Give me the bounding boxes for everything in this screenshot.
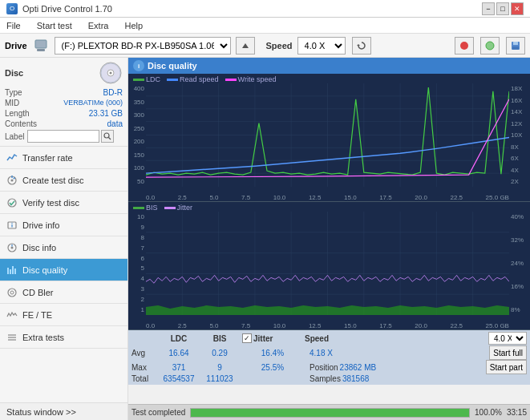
disc-panel-title: Disc xyxy=(5,68,23,78)
dq-icon: i xyxy=(133,60,144,71)
content-area: i Disc quality LDC Read speed Write spee… xyxy=(128,58,530,420)
speed-col-header: Speed xyxy=(305,334,329,343)
nav-transfer-rate-label: Transfer rate xyxy=(22,153,73,163)
jitter-checkbox[interactable]: ✓ xyxy=(242,333,252,343)
nav-disc-info-label: Disc info xyxy=(22,243,56,252)
minimize-button[interactable]: − xyxy=(482,2,495,15)
svg-point-4 xyxy=(460,42,468,50)
fe-te-icon xyxy=(6,309,18,321)
start-part-button[interactable]: Start part xyxy=(486,360,527,374)
nav-drive-info[interactable]: Drive info xyxy=(0,214,127,236)
bis-legend: BIS xyxy=(133,204,158,212)
svg-rect-8 xyxy=(512,46,519,50)
write-speed-legend: Write speed xyxy=(225,75,277,83)
app-icon: O xyxy=(6,3,18,14)
samples-label: Samples xyxy=(310,374,341,383)
jitter-legend-label: Jitter xyxy=(177,204,193,212)
nav-extra-tests[interactable]: Extra tests xyxy=(0,326,127,349)
menu-help[interactable]: Help xyxy=(121,19,146,32)
label-input[interactable] xyxy=(27,130,99,143)
menu-file[interactable]: File xyxy=(3,19,24,32)
create-disc-icon xyxy=(6,175,18,186)
avg-bis: 0.29 xyxy=(202,349,237,357)
svg-rect-1 xyxy=(37,49,45,51)
disc-info-panel: Disc Type BD-R MID VERBATIMe (000) Lengt… xyxy=(0,58,127,147)
ldc-col-header: LDC xyxy=(156,334,202,343)
svg-marker-64 xyxy=(146,305,509,315)
svg-line-18 xyxy=(14,177,15,179)
top-chart-svg xyxy=(146,83,509,187)
length-label: Length xyxy=(5,109,30,118)
status-window-button[interactable]: Status window >> xyxy=(0,402,127,420)
status-window-label: Status window >> xyxy=(6,407,76,417)
start-full-button[interactable]: Start full xyxy=(489,345,527,360)
total-ldc: 6354537 xyxy=(156,374,202,383)
speed-col-select[interactable]: 4.0 X xyxy=(488,332,527,345)
length-value: 23.31 GB xyxy=(89,109,123,118)
svg-marker-2 xyxy=(242,43,249,48)
position-value: 23862 MB xyxy=(340,363,377,372)
progress-bar-area: Test completed 100.0% 33:15 xyxy=(128,404,530,420)
read-speed-legend: Read speed xyxy=(167,75,219,83)
app-title: Opti Drive Control 1.70 xyxy=(22,4,112,14)
maximize-button[interactable]: □ xyxy=(496,2,509,15)
nav-fe-te-label: FE / TE xyxy=(22,310,52,320)
close-button[interactable]: ✕ xyxy=(511,2,524,15)
label-search-btn[interactable] xyxy=(101,130,114,143)
progress-fill xyxy=(191,409,469,417)
max-label: Max xyxy=(131,363,156,372)
bis-legend-label: BIS xyxy=(146,204,158,212)
nav-cd-bler[interactable]: CD Bler xyxy=(0,281,127,304)
nav-disc-quality[interactable]: Disc quality xyxy=(0,259,127,281)
menu-extra[interactable]: Extra xyxy=(85,19,112,32)
svg-rect-7 xyxy=(513,42,518,45)
drive-select[interactable]: (F:) PLEXTOR BD-R PX-LB950SA 1.06 xyxy=(55,37,231,55)
menu-bar: File Start test Extra Help xyxy=(0,18,530,34)
speed-select[interactable]: 4.0 X xyxy=(297,37,346,55)
bis-col-header: BIS xyxy=(202,334,237,343)
disc-quality-icon xyxy=(6,265,18,276)
transfer-rate-icon xyxy=(6,152,18,164)
nav-list: Transfer rate Create test disc Verify te… xyxy=(0,147,127,349)
svg-point-22 xyxy=(11,222,12,223)
total-label: Total xyxy=(131,374,156,383)
cd-bler-icon xyxy=(6,287,18,298)
dq-title: Disc quality xyxy=(148,61,197,71)
max-ldc: 371 xyxy=(156,363,202,372)
menu-start-test[interactable]: Start test xyxy=(34,19,75,32)
nav-disc-info[interactable]: Disc info xyxy=(0,236,127,259)
toolbar-save-btn[interactable] xyxy=(506,37,525,55)
disc-image-icon xyxy=(99,61,123,85)
svg-point-19 xyxy=(8,199,16,207)
jitter-col-header: Jitter xyxy=(253,334,273,343)
avg-ldc: 16.64 xyxy=(156,349,202,357)
toolbar-green-btn[interactable] xyxy=(480,37,500,55)
contents-label: Contents xyxy=(5,119,37,128)
nav-disc-quality-label: Disc quality xyxy=(22,265,67,275)
type-label: Type xyxy=(5,88,22,97)
test-completed-label: Test completed xyxy=(131,408,185,417)
dq-header: i Disc quality xyxy=(128,58,530,74)
nav-fe-te[interactable]: FE / TE xyxy=(0,304,127,326)
avg-speed: 4.18 X xyxy=(310,349,333,357)
max-bis: 9 xyxy=(202,363,237,372)
speed-refresh-icon[interactable] xyxy=(352,37,371,55)
disc-info-icon xyxy=(6,242,18,253)
drive-bar: Drive (F:) PLEXTOR BD-R PX-LB950SA 1.06 … xyxy=(0,34,530,58)
read-speed-legend-label: Read speed xyxy=(180,75,219,83)
total-bis: 111023 xyxy=(202,374,237,383)
mid-value: VERBATIMe (000) xyxy=(63,99,123,107)
nav-create-test-disc[interactable]: Create test disc xyxy=(0,169,127,192)
svg-point-11 xyxy=(110,72,112,75)
drive-action-icon[interactable] xyxy=(236,37,255,55)
toolbar-red-btn[interactable] xyxy=(455,37,474,55)
verify-disc-icon xyxy=(6,197,18,208)
nav-drive-info-label: Drive info xyxy=(22,220,59,230)
title-bar: O Opti Drive Control 1.70 − □ ✕ xyxy=(0,0,530,18)
avg-jitter: 16.4% xyxy=(242,349,303,357)
nav-verify-test-disc[interactable]: Verify test disc xyxy=(0,192,127,214)
svg-rect-29 xyxy=(14,269,16,274)
max-jitter: 25.5% xyxy=(242,363,303,372)
speed-label: Speed xyxy=(266,41,293,50)
nav-transfer-rate[interactable]: Transfer rate xyxy=(0,147,127,169)
